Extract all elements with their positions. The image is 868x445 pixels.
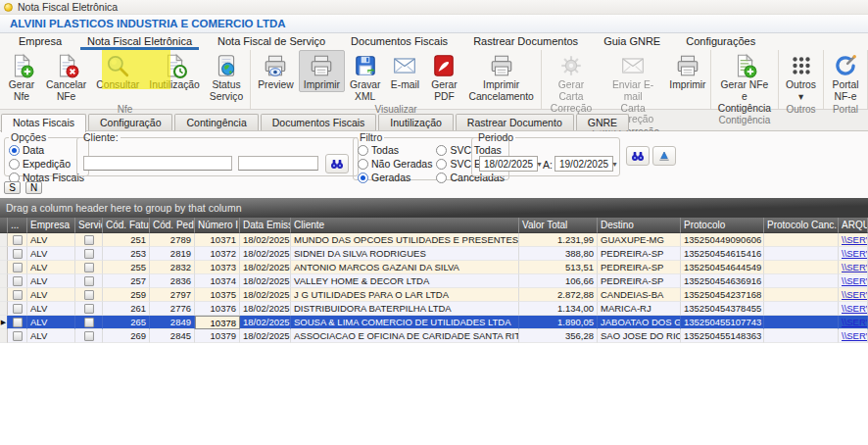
table-row[interactable]: ▶ALV26528491037818/02/2025 16SOUSA & LIM… (0, 316, 868, 329)
preview-button[interactable]: Preview (253, 50, 299, 92)
menu-item-configura-es[interactable]: Configurações (673, 33, 768, 50)
arquivo-link[interactable]: \\SERVID (842, 302, 868, 315)
cell-emissao[interactable]: 18/02/2025 08 (240, 233, 291, 247)
column-header-ind[interactable] (0, 218, 8, 233)
cell-dots[interactable] (8, 302, 27, 316)
cell-valor[interactable]: 513,51 (519, 261, 598, 274)
column-header-emissao[interactable]: Data Emissão (240, 218, 291, 233)
table-row[interactable]: ALV25927971037518/02/2025 15J G UTILIDAD… (0, 288, 868, 302)
cell-servico[interactable] (75, 247, 103, 261)
cell-fatura[interactable]: 255 (103, 261, 150, 274)
cell-cliente[interactable]: SIDNEI DA SILVA RODRIGUES (291, 247, 519, 261)
cell-protocoloCanc[interactable] (764, 274, 839, 288)
opcoes-radio-data[interactable]: Data (9, 144, 84, 156)
menu-item-empresa[interactable]: Empresa (6, 33, 74, 50)
cliente-name-input[interactable] (238, 156, 318, 171)
cell-empresa[interactable]: ALV (27, 247, 75, 261)
cell-valor[interactable]: 106,66 (519, 274, 598, 288)
arquivo-link[interactable]: \\SERVID (842, 261, 868, 273)
imprimir-cancelamento-button[interactable]: Imprimir Cancelamento (463, 50, 538, 104)
cell-numero[interactable]: 10375 (195, 288, 240, 302)
cell-numero[interactable]: 10374 (195, 274, 240, 288)
status-servi-o-button[interactable]: Status Serviço (205, 50, 248, 104)
cell-servico[interactable] (75, 316, 103, 329)
arquivo-link[interactable]: \\SERVID (842, 288, 868, 301)
column-header-servico[interactable]: Serviço (75, 218, 103, 233)
row-indicator[interactable] (0, 302, 8, 316)
cell-servico[interactable] (75, 288, 103, 302)
arquivo-link[interactable]: \\SERVID (842, 274, 868, 287)
row-indicator[interactable] (0, 274, 8, 288)
row-indicator[interactable] (0, 233, 8, 247)
menu-item-rastrear-documentos[interactable]: Rastrear Documentos (460, 33, 591, 50)
outros--button[interactable]: Outros ▾ (781, 50, 821, 104)
table-row[interactable]: ALV25328191037218/02/2025 15SIDNEI DA SI… (0, 247, 868, 261)
checkbox-icon[interactable] (13, 304, 23, 314)
cell-dots[interactable] (8, 233, 27, 247)
gerar-carta-corre-o-button[interactable]: Gerar Carta Correção (544, 50, 599, 115)
checkbox-icon[interactable] (13, 276, 23, 286)
cell-destino[interactable]: JABOATAO DOS GUARAR (598, 316, 681, 329)
cell-emissao[interactable]: 18/02/2025 15 (240, 288, 291, 302)
cell-arquivo[interactable]: \\SERVID (839, 261, 868, 274)
cell-pedido[interactable]: 2832 (150, 261, 195, 274)
cell-destino[interactable]: PEDREIRA-SP (598, 274, 681, 288)
cell-destino[interactable]: PEDREIRA-SP (598, 261, 681, 274)
cell-dots[interactable] (8, 329, 27, 343)
cell-fatura[interactable]: 265 (103, 316, 150, 329)
cell-valor[interactable]: 1.134,00 (519, 302, 598, 316)
cell-protocoloCanc[interactable] (764, 329, 839, 343)
tab-configura-o[interactable]: Configuração (88, 114, 172, 130)
cell-cliente[interactable]: MUNDO DAS OPCOES UTILIDADES E PRESENTES … (291, 233, 519, 247)
column-header-cliente[interactable]: Cliente (291, 218, 519, 233)
checkbox-icon[interactable] (84, 235, 94, 245)
checkbox-icon[interactable] (13, 318, 23, 327)
gravar-xml-button[interactable]: Gravar XML (345, 50, 385, 104)
tab-documentos-fiscais[interactable]: Documentos Fiscais (261, 114, 377, 130)
e-mail-button[interactable]: E-mail (385, 50, 424, 92)
cell-destino[interactable]: CANDEIAS-BA (598, 288, 681, 302)
column-header-protocoloCanc[interactable]: Protocolo Canc. (764, 218, 839, 233)
n-button[interactable]: N (25, 181, 42, 194)
cell-fatura[interactable]: 253 (103, 247, 150, 261)
cell-numero[interactable]: 10372 (195, 247, 240, 261)
cell-cliente[interactable]: ASSOCIACAO E OFICINA DE CARIDADE SANTA R… (291, 329, 519, 343)
gerar-nfe-e-contig-ncia-button[interactable]: Gerar NFe e Contigência (713, 50, 776, 115)
column-header-valor[interactable]: Valor Total (519, 218, 598, 233)
filtro-radio-todas[interactable]: Todas (358, 144, 432, 156)
arquivo-link[interactable]: \\SERVID (842, 233, 868, 246)
column-header-dots[interactable]: ... (8, 218, 27, 233)
table-row[interactable]: ALV25728361037418/02/2025 15VALLEY HOME … (0, 274, 868, 288)
cell-dots[interactable] (8, 274, 27, 288)
filtro-radio-n-o-geradas[interactable]: Não Geradas (358, 158, 432, 170)
table-row[interactable]: ALV26127761037618/02/2025 16DISTRIBUIDOR… (0, 302, 868, 316)
cell-arquivo[interactable]: \\SERVID (839, 274, 868, 288)
cell-valor[interactable]: 1.231,99 (519, 233, 598, 247)
cell-protocoloCanc[interactable] (764, 288, 839, 302)
opcoes-radio-expedi-o[interactable]: Expedição (9, 158, 84, 170)
cell-numero[interactable]: 10373 (195, 261, 240, 274)
cell-servico[interactable] (75, 302, 103, 316)
checkbox-icon[interactable] (84, 249, 94, 259)
cell-cliente[interactable]: SOUSA & LIMA COMERCIO DE UTILIDADES LTDA (291, 316, 519, 329)
cell-destino[interactable]: SAO JOSE DO RIO PRETO (598, 329, 681, 343)
cell-pedido[interactable]: 2797 (150, 288, 195, 302)
cell-protocolo[interactable]: 135250454615416 (681, 247, 764, 261)
cell-protocoloCanc[interactable] (764, 302, 839, 316)
cell-empresa[interactable]: ALV (27, 261, 75, 274)
arquivo-link[interactable]: \\SERVID (842, 329, 868, 342)
cell-valor[interactable]: 2.872,88 (519, 288, 598, 302)
table-row[interactable]: ALV25127891037118/02/2025 08MUNDO DAS OP… (0, 233, 868, 247)
cell-emissao[interactable]: 18/02/2025 15 (240, 247, 291, 261)
filtro-radio-geradas[interactable]: Geradas (358, 172, 432, 183)
cell-dots[interactable] (8, 261, 27, 274)
cell-pedido[interactable]: 2836 (150, 274, 195, 288)
periodo-to-combo[interactable]: 19/02/2025▼ (555, 156, 613, 172)
cell-cliente[interactable]: VALLEY HOME & DECOR LTDA (291, 274, 519, 288)
cell-valor[interactable]: 388,80 (519, 247, 598, 261)
cell-destino[interactable]: PEDREIRA-SP (598, 247, 681, 261)
row-indicator[interactable] (0, 247, 8, 261)
cell-arquivo[interactable]: \\SERVID (839, 247, 868, 261)
tab-gnre[interactable]: GNRE (576, 114, 629, 130)
cell-servico[interactable] (75, 233, 103, 247)
